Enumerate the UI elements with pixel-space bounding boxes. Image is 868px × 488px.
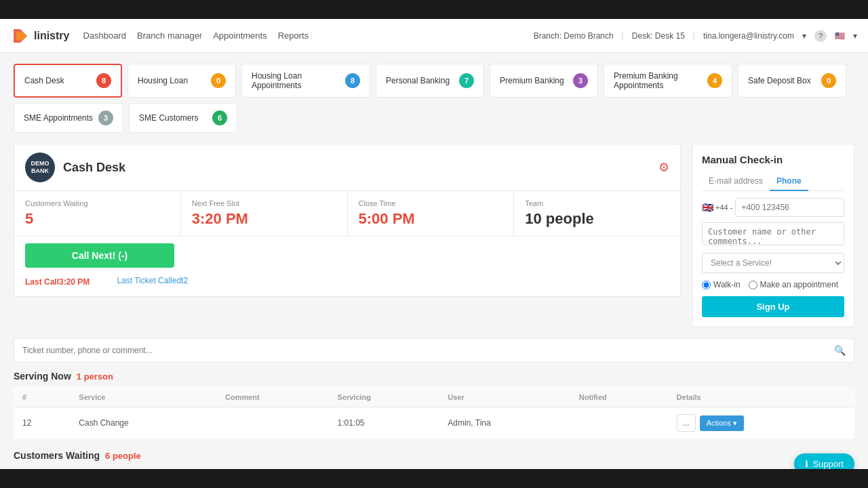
- cell-user: Admin, Tina: [439, 407, 570, 439]
- cell-num: 12: [14, 407, 71, 439]
- stat-value-close: 5:00 PM: [359, 210, 503, 228]
- ellipsis-button[interactable]: ...: [677, 414, 696, 432]
- phone-input[interactable]: [735, 198, 844, 217]
- bottom-bar: [0, 469, 868, 472]
- phone-input-row: 🇬🇧 +44 -: [702, 198, 844, 217]
- top-bar: [0, 0, 868, 19]
- email-dropdown-icon[interactable]: ▾: [802, 31, 806, 41]
- stat-next-slot: Next Free Slot 3:20 PM: [181, 191, 348, 236]
- queue-card-5[interactable]: Premium Banking Appointments 4: [604, 64, 732, 98]
- queue-badge-5: 4: [707, 73, 722, 88]
- stat-customers-waiting: Customers Waiting 5: [14, 191, 181, 236]
- th-user: User: [439, 388, 570, 407]
- gear-icon[interactable]: ⚙: [658, 160, 669, 175]
- main-content: Cash Desk 8 Housing Loan 0 Housing Loan …: [0, 53, 868, 472]
- separator2: |: [693, 31, 695, 41]
- queue-card-name-7: SME Appointments: [24, 113, 93, 123]
- checkin-tabs: E-mail address Phone: [702, 172, 844, 191]
- queue-card-4[interactable]: Premium Banking 3: [490, 64, 598, 98]
- table-header-row: #ServiceCommentServicingUserNotifiedDeta…: [14, 388, 854, 407]
- separator1: |: [622, 31, 624, 41]
- queue-card-3[interactable]: Personal Banking 7: [376, 64, 484, 98]
- queue-badge-0: 8: [96, 73, 111, 88]
- queue-card-8[interactable]: SME Customers 6: [129, 103, 237, 133]
- stats-and-call: Call Next! (-) Last Call3:20 PM Last Tic…: [14, 236, 681, 297]
- nav-links: Dashboard Branch manager Appointments Re…: [83, 30, 309, 41]
- nav-branch-manager[interactable]: Branch manager: [137, 30, 202, 41]
- last-call-info: Last Call3:20 PM: [25, 277, 90, 287]
- radio-appointment[interactable]: Make an appointment: [749, 280, 838, 289]
- cell-servicing: 1:01:05: [329, 407, 439, 439]
- queue-card-name-2: Housing Loan Appointments: [252, 71, 340, 90]
- logo-text: linistry: [34, 30, 69, 42]
- signup-button[interactable]: Sign Up: [702, 296, 844, 317]
- logo: linistry: [11, 26, 69, 45]
- logo-icon: [11, 26, 30, 45]
- search-input[interactable]: [22, 339, 834, 362]
- comment-input[interactable]: [702, 222, 844, 245]
- table-actions: ... Actions ▾: [677, 414, 846, 432]
- queue-badge-8: 6: [212, 110, 227, 125]
- radio-row: Walk-in Make an appointment: [702, 280, 844, 289]
- queue-badge-1: 0: [211, 73, 226, 88]
- user-email[interactable]: tina.longera@linistry.com: [703, 31, 794, 41]
- queue-card-name-5: Premium Banking Appointments: [614, 71, 702, 90]
- country-code: +44 -: [715, 203, 732, 211]
- th-comment: Comment: [217, 388, 329, 407]
- nav-appointments[interactable]: Appointments: [213, 30, 267, 41]
- cell-details: ... Actions ▾: [669, 407, 854, 439]
- bank-logo-text: DEMOBANK: [31, 160, 50, 175]
- last-ticket-num: t2: [181, 276, 188, 285]
- flag-icon[interactable]: 🇺🇸: [835, 31, 845, 41]
- call-next-button[interactable]: Call Next! (-): [25, 243, 174, 268]
- support-label: Support: [812, 459, 844, 469]
- tab-phone[interactable]: Phone: [770, 172, 808, 191]
- radio-walkin-input[interactable]: [702, 281, 711, 289]
- nav-reports[interactable]: Reports: [278, 30, 309, 41]
- actions-button[interactable]: Actions ▾: [700, 415, 744, 431]
- radio-appointment-label: Make an appointment: [760, 280, 838, 289]
- service-select[interactable]: Select a Service!: [702, 253, 844, 273]
- flag-code: 🇬🇧 +44 -: [702, 202, 732, 213]
- stat-label-slot: Next Free Slot: [192, 199, 336, 207]
- nav-dashboard[interactable]: Dashboard: [83, 30, 126, 41]
- queue-card-name-0: Cash Desk: [24, 76, 64, 85]
- th-notified: Notified: [571, 388, 669, 407]
- customers-waiting-title: Customers Waiting: [14, 450, 100, 461]
- service-header: DEMOBANK Cash Desk ⚙: [14, 144, 681, 190]
- th-details: Details: [669, 388, 854, 407]
- checkin-panel: Manual Check-in E-mail address Phone 🇬🇧 …: [692, 144, 854, 327]
- queue-card-1[interactable]: Housing Loan 0: [127, 64, 236, 98]
- support-icon: ℹ: [805, 459, 808, 469]
- service-header-left: DEMOBANK Cash Desk: [25, 152, 125, 182]
- search-icon[interactable]: 🔍: [834, 345, 846, 356]
- queue-card-0[interactable]: Cash Desk 8: [14, 64, 122, 98]
- radio-appointment-input[interactable]: [749, 281, 757, 289]
- tab-email[interactable]: E-mail address: [702, 172, 770, 191]
- stat-value-team: 10 people: [525, 210, 669, 228]
- flag-emoji: 🇬🇧: [702, 202, 713, 213]
- queue-card-6[interactable]: Safe Deposit Box 0: [738, 64, 846, 98]
- serving-now-header: Serving Now 1 person: [14, 371, 854, 382]
- table-row: 12 Cash Change 1:01:05 Admin, Tina ... A…: [14, 407, 854, 439]
- customers-waiting-count: 6 people: [105, 451, 141, 461]
- left-panel: DEMOBANK Cash Desk ⚙ Customers Waiting 5…: [14, 144, 681, 327]
- stat-team: Team 10 people: [514, 191, 680, 236]
- help-icon[interactable]: ?: [814, 30, 827, 42]
- queue-badge-7: 3: [98, 110, 113, 125]
- queue-card-7[interactable]: SME Appointments 3: [14, 103, 123, 133]
- stat-close-time: Close Time 5:00 PM: [348, 191, 515, 236]
- serving-now-count: 1 person: [77, 371, 113, 382]
- stat-value-waiting: 5: [25, 210, 170, 228]
- flag-dropdown-icon[interactable]: ▾: [853, 31, 857, 41]
- radio-walkin[interactable]: Walk-in: [702, 280, 741, 289]
- queue-badge-2: 8: [345, 73, 360, 88]
- customers-waiting-section: Customers Waiting 6 people: [14, 450, 854, 461]
- table-body: 12 Cash Change 1:01:05 Admin, Tina ... A…: [14, 407, 854, 439]
- desk-info: Desk: Desk 15: [632, 31, 685, 41]
- queue-card-name-4: Premium Banking: [500, 76, 564, 85]
- serving-now-table: #ServiceCommentServicingUserNotifiedDeta…: [14, 387, 854, 439]
- queue-badge-3: 7: [459, 73, 474, 88]
- queue-card-2[interactable]: Housing Loan Appointments 8: [241, 64, 370, 98]
- cell-comment: [217, 407, 329, 439]
